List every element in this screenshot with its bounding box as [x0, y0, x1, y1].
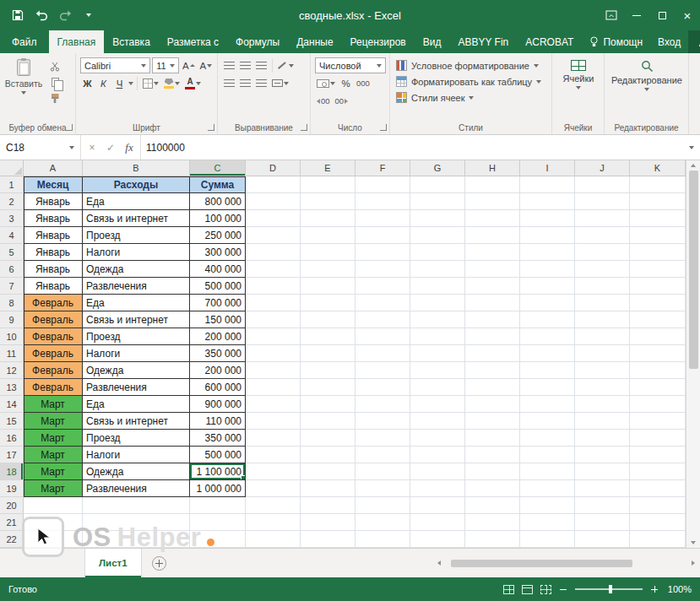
cell-I13[interactable] — [520, 379, 575, 396]
cell-G2[interactable] — [410, 193, 465, 210]
borders-button[interactable] — [141, 76, 160, 91]
share-button[interactable]: Общий доступ — [688, 30, 700, 53]
horizontal-scrollbar[interactable] — [437, 559, 695, 568]
ribbon-tab-Данные[interactable]: Данные — [288, 30, 341, 53]
cell-D3[interactable] — [246, 210, 301, 227]
cell-J5[interactable] — [575, 244, 630, 261]
cell-B1[interactable]: Расходы — [83, 176, 190, 193]
format-painter-button[interactable] — [46, 92, 63, 105]
cell-I1[interactable] — [520, 176, 575, 193]
ribbon-tab-Главная[interactable]: Главная — [49, 30, 105, 53]
cell-H5[interactable] — [465, 244, 520, 261]
add-sheet-button[interactable] — [152, 556, 166, 571]
cell-C21[interactable] — [190, 514, 246, 531]
column-header-K[interactable]: K — [630, 160, 686, 176]
cell-A16[interactable]: Март — [24, 430, 83, 447]
cell-I18[interactable] — [520, 463, 575, 480]
cell-G4[interactable] — [410, 227, 465, 244]
cell-F8[interactable] — [355, 295, 410, 311]
row-header-1[interactable]: 1 — [0, 176, 24, 193]
cell-G6[interactable] — [410, 261, 465, 278]
cell-B20[interactable] — [83, 497, 190, 514]
ribbon-tab-Рецензиров[interactable]: Рецензиров — [342, 30, 415, 53]
row-header-21[interactable]: 21 — [0, 514, 24, 531]
formula-input[interactable]: 1100000 — [141, 135, 683, 160]
cell-C10[interactable]: 200 000 — [190, 328, 246, 345]
cell-E16[interactable] — [301, 430, 355, 447]
cell-I4[interactable] — [520, 227, 575, 244]
cell-K20[interactable] — [630, 497, 686, 514]
cell-A3[interactable]: Январь — [24, 210, 83, 227]
cell-J8[interactable] — [575, 295, 630, 311]
cell-I19[interactable] — [520, 480, 575, 497]
ribbon-tab-Вид[interactable]: Вид — [415, 30, 450, 53]
scroll-right-icon[interactable] — [692, 560, 695, 566]
cell-H17[interactable] — [465, 447, 520, 463]
cell-A14[interactable]: Март — [24, 396, 83, 413]
cell-F20[interactable] — [355, 497, 410, 514]
cell-J2[interactable] — [575, 193, 630, 210]
name-box[interactable]: C18 — [0, 135, 81, 160]
cell-G17[interactable] — [410, 447, 465, 463]
column-header-D[interactable]: D — [246, 160, 301, 176]
cell-I3[interactable] — [520, 210, 575, 227]
cell-H16[interactable] — [465, 430, 520, 447]
cell-I15[interactable] — [520, 413, 575, 430]
cell-B15[interactable]: Связь и интернет — [83, 413, 190, 430]
italic-button[interactable]: К — [96, 76, 111, 91]
cell-A22[interactable] — [24, 531, 83, 548]
cell-G21[interactable] — [410, 514, 465, 531]
cell-G7[interactable] — [410, 278, 465, 295]
cell-D15[interactable] — [246, 413, 301, 430]
cell-J17[interactable] — [575, 447, 630, 463]
cell-F14[interactable] — [355, 396, 410, 413]
row-header-7[interactable]: 7 — [0, 278, 24, 295]
cell-G10[interactable] — [410, 328, 465, 345]
cell-E11[interactable] — [301, 345, 355, 362]
cell-B13[interactable]: Развлечения — [83, 379, 190, 396]
cell-J6[interactable] — [575, 261, 630, 278]
normal-view-button[interactable] — [503, 585, 514, 594]
cell-B18[interactable]: Одежда — [83, 463, 190, 480]
cell-F17[interactable] — [355, 447, 410, 463]
cell-styles-button[interactable]: Стили ячеек — [394, 89, 548, 106]
cell-C15[interactable]: 110 000 — [190, 413, 246, 430]
cell-E12[interactable] — [301, 362, 355, 379]
copy-button[interactable] — [46, 76, 63, 89]
cell-K5[interactable] — [630, 244, 686, 261]
cell-B12[interactable]: Одежда — [83, 362, 190, 379]
vertical-scrollbar[interactable] — [686, 160, 700, 548]
page-break-view-button[interactable] — [540, 585, 551, 594]
cell-D7[interactable] — [246, 278, 301, 295]
dialog-launcher-icon[interactable] — [66, 124, 73, 131]
cell-D2[interactable] — [246, 193, 301, 210]
row-header-8[interactable]: 8 — [0, 295, 24, 311]
row-header-18[interactable]: 18 — [0, 463, 24, 480]
cell-F22[interactable] — [355, 531, 410, 548]
cell-B10[interactable]: Проезд — [83, 328, 190, 345]
row-header-5[interactable]: 5 — [0, 244, 24, 261]
cell-J21[interactable] — [575, 514, 630, 531]
cell-H22[interactable] — [465, 531, 520, 548]
horizontal-scroll-thumb[interactable] — [451, 560, 632, 567]
cell-I20[interactable] — [520, 497, 575, 514]
cell-H7[interactable] — [465, 278, 520, 295]
cell-G14[interactable] — [410, 396, 465, 413]
cell-E20[interactable] — [301, 497, 355, 514]
cell-I21[interactable] — [520, 514, 575, 531]
cell-E10[interactable] — [301, 328, 355, 345]
cell-A17[interactable]: Март — [24, 447, 83, 463]
decrease-font-size-button[interactable]: А — [198, 58, 214, 73]
cell-K16[interactable] — [630, 430, 686, 447]
cell-C7[interactable]: 500 000 — [190, 278, 246, 295]
cell-E22[interactable] — [301, 531, 355, 548]
row-header-2[interactable]: 2 — [0, 193, 24, 210]
redo-button[interactable] — [54, 4, 76, 26]
row-header-16[interactable]: 16 — [0, 430, 24, 447]
cell-J13[interactable] — [575, 379, 630, 396]
tell-me-button[interactable]: Помощн — [582, 30, 650, 53]
cell-I8[interactable] — [520, 295, 575, 311]
cell-C8[interactable]: 700 000 — [190, 295, 246, 311]
cell-I22[interactable] — [520, 531, 575, 548]
zoom-in-button[interactable] — [650, 585, 659, 593]
